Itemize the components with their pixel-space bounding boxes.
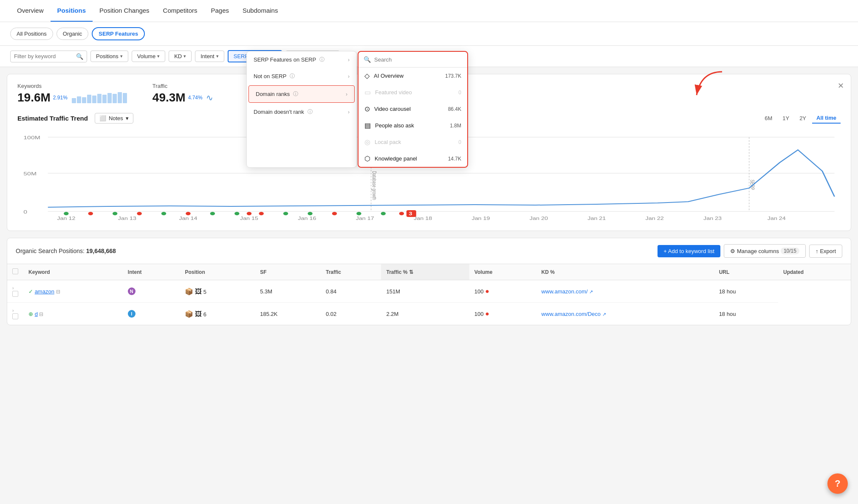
verified-icon: ✓ <box>28 288 33 295</box>
kd-indicator: ● <box>485 310 489 317</box>
col-volume: Volume <box>469 264 536 280</box>
row-checkbox[interactable] <box>12 313 18 319</box>
keywords-change: 2.91% <box>53 95 68 101</box>
svg-point-13 <box>113 212 117 215</box>
top-navigation: Overview Positions Position Changes Comp… <box>0 0 858 22</box>
chevron-down-icon: ▾ <box>216 53 219 59</box>
bar-5 <box>92 96 96 103</box>
expand-arrow[interactable]: › <box>12 286 14 290</box>
keywords-stat: Keywords 19.6M 2.91% <box>17 83 127 104</box>
close-button[interactable]: ✕ <box>838 81 844 90</box>
notes-button[interactable]: ⬜ Notes ▾ <box>95 113 133 124</box>
nav-pages[interactable]: Pages <box>204 0 236 22</box>
sort-icon[interactable]: ⇅ <box>409 269 413 275</box>
search-input[interactable] <box>374 56 462 63</box>
bookmark-icon: ⊟ <box>39 311 43 317</box>
svg-text:Jan 21: Jan 21 <box>587 216 606 221</box>
url-link[interactable]: www.amazon.com/ <box>542 288 588 295</box>
knowledge-panel-item[interactable]: ⬡ Knowledge panel 14.7K <box>358 150 467 167</box>
search-icon: 🔍 <box>76 53 83 60</box>
svg-point-15 <box>161 212 166 215</box>
tab-organic[interactable]: Organic <box>56 28 89 40</box>
export-button[interactable]: ↑ Export <box>809 245 842 258</box>
nav-overview[interactable]: Overview <box>10 0 51 22</box>
video-carousel-item[interactable]: ⊙ Video carousel 86.4K <box>358 101 467 117</box>
select-all-checkbox[interactable] <box>12 268 18 274</box>
chevron-right-icon: › <box>348 109 350 115</box>
chevron-right-icon: › <box>348 57 350 63</box>
search-icon: 🔍 <box>364 56 371 63</box>
col-updated: Updated <box>778 264 851 280</box>
traffic-label: Traffic <box>152 83 213 89</box>
svg-text:Jan 17: Jan 17 <box>356 216 374 221</box>
col-traffic: Traffic <box>321 264 381 280</box>
svg-text:50M: 50M <box>23 171 37 176</box>
svg-text:Jan 14: Jan 14 <box>179 216 197 221</box>
not-on-serp-item[interactable]: Not on SERP ⓘ › <box>247 68 356 84</box>
bar-10 <box>118 92 122 103</box>
svg-point-22 <box>308 212 312 215</box>
featured-video-item[interactable]: ▭ Featured video 0 <box>358 84 467 101</box>
kd-filter-btn[interactable]: KD ▾ <box>169 51 192 62</box>
table-header: Organic Search Positions: 19,648,668 + A… <box>7 238 851 264</box>
nav-competitors[interactable]: Competitors <box>156 0 204 22</box>
sf-icon2: 🖼 <box>195 310 202 318</box>
keyword-filter-input[interactable] <box>14 53 73 59</box>
traffic-bars <box>72 92 127 103</box>
serp-features-dropdown: SERP Features on SERP ⓘ › Not on SERP ⓘ … <box>246 51 468 168</box>
chevron-right-icon: › <box>346 91 347 97</box>
intent-filter-btn[interactable]: Intent ▾ <box>195 51 224 62</box>
nav-position-changes[interactable]: Position Changes <box>93 0 156 22</box>
bar-2 <box>77 96 81 103</box>
bar-11 <box>123 93 127 103</box>
external-link-icon: ↗ <box>602 312 606 317</box>
manage-columns-button[interactable]: ⚙ Manage columns 10/15 <box>724 244 806 258</box>
add-to-keyword-list-button[interactable]: + Add to keyword list <box>658 245 720 257</box>
keyword-link[interactable]: d <box>35 311 38 317</box>
domain-doesnt-rank-item[interactable]: Domain doesn't rank ⓘ › <box>247 104 356 120</box>
knowledge-panel-label: Knowledge panel <box>375 155 417 162</box>
chart-title: Estimated Traffic Trend <box>17 115 88 122</box>
svg-text:Jan 12: Jan 12 <box>57 216 75 221</box>
ai-icon: ◇ <box>364 72 370 80</box>
traffic-cell: 185.2K <box>255 303 321 325</box>
time-btn-1y[interactable]: 1Y <box>778 113 793 124</box>
kd-value: 100 <box>474 311 484 317</box>
serp-dropdown-menu: SERP Features on SERP ⓘ › Not on SERP ⓘ … <box>246 51 357 168</box>
video-carousel-count: 86.4K <box>448 106 461 112</box>
time-btn-2y[interactable]: 2Y <box>795 113 810 124</box>
table-header-row: Keyword Intent Position SF Traffic Traff… <box>7 264 851 280</box>
local-pack-item[interactable]: ◎ Local pack 0 <box>358 134 467 150</box>
people-also-ask-label: People also ask <box>375 122 414 129</box>
row-checkbox[interactable] <box>12 291 18 297</box>
people-also-ask-item[interactable]: ▤ People also ask 1.8M <box>358 117 467 134</box>
tab-all-positions[interactable]: All Positions <box>10 28 53 40</box>
volume-cell: 151M <box>381 280 469 303</box>
keyword-link[interactable]: amazon <box>35 288 54 295</box>
volume-filter-btn[interactable]: Volume ▾ <box>132 51 165 62</box>
domain-ranks-item[interactable]: Domain ranks ⓘ › <box>248 85 355 103</box>
col-intent: Intent <box>123 264 180 280</box>
main-content: ✕ Keywords 19.6M 2.91% <box>0 74 858 325</box>
time-period-buttons: 6M 1Y 2Y All time <box>760 113 841 124</box>
bar-6 <box>97 94 102 103</box>
time-btn-all[interactable]: All time <box>812 113 841 124</box>
time-btn-6m[interactable]: 6M <box>760 113 776 124</box>
positions-filter-btn[interactable]: Positions ▾ <box>90 51 128 62</box>
ai-overview-item[interactable]: ◇ AI Overview 173.7K <box>358 68 467 84</box>
serp-on-serp-item[interactable]: SERP Features on SERP ⓘ › <box>247 51 356 68</box>
nav-positions[interactable]: Positions <box>51 0 93 22</box>
url-link[interactable]: www.amazon.com/Deco <box>542 311 601 317</box>
video-icon: ▭ <box>364 88 371 96</box>
svg-text:Jan 20: Jan 20 <box>530 216 548 221</box>
nav-subdomains[interactable]: Subdomains <box>236 0 285 22</box>
expand-arrow[interactable]: › <box>12 308 14 313</box>
svg-text:Jan 24: Jan 24 <box>768 216 786 221</box>
tab-serp-features[interactable]: SERP Features <box>92 27 145 40</box>
svg-text:Jan 18: Jan 18 <box>414 216 432 221</box>
table-actions: + Add to keyword list ⚙ Manage columns 1… <box>658 244 842 258</box>
svg-text:Jan 19: Jan 19 <box>471 216 490 221</box>
serp-on-serp-label: SERP Features on SERP <box>254 56 316 63</box>
svg-point-25 <box>381 212 386 215</box>
traffic-pct-cell: 0.02 <box>321 303 381 325</box>
